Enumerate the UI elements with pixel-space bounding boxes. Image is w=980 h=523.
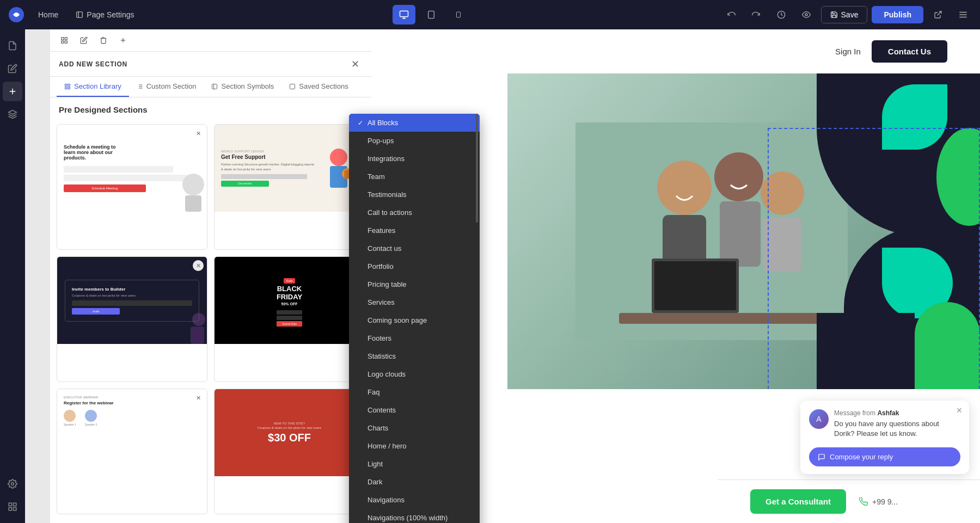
tablet-view-btn[interactable] [420, 5, 443, 24]
nav-page-settings[interactable]: Page Settings [68, 7, 142, 22]
dropdown-item-light[interactable]: ✓ Light [349, 455, 480, 473]
panel-tool-add[interactable] [115, 33, 131, 48]
left-sidebar [0, 29, 25, 523]
svg-rect-42 [68, 87, 70, 89]
geo-shapes [708, 73, 980, 389]
svg-rect-22 [14, 508, 16, 510]
thumbnail-thirty-off[interactable]: ✕ NEW TO THIS SITE? Coupons & deals on h… [214, 389, 365, 514]
svg-point-25 [657, 161, 712, 215]
thumb-close-1[interactable]: ✕ [193, 128, 204, 139]
sidebar-icon-blocks[interactable] [3, 497, 22, 516]
svg-rect-54 [185, 195, 201, 212]
cta-consultant-btn[interactable]: Get a Consultant [750, 489, 846, 514]
sidebar-icon-edit[interactable] [3, 59, 22, 78]
panel-toolbar [50, 29, 371, 52]
svg-point-19 [11, 483, 14, 485]
svg-rect-3 [400, 11, 408, 17]
thumb-close-3[interactable]: ✕ [193, 260, 204, 271]
dropdown-item-navigations-full[interactable]: ✓ Navigations (100% width) [349, 509, 480, 523]
svg-rect-37 [62, 41, 64, 43]
thumbnail-invite-members[interactable]: ✕ Invite members to Builder Coupons & de… [57, 256, 207, 382]
dropdown-item-home-hero[interactable]: ✓ Home / hero [349, 437, 480, 455]
site-header: Sign In Contact Us [371, 29, 980, 73]
dropdown-item-testimonials[interactable]: ✓ Testimonials [349, 186, 480, 204]
site-signin-link[interactable]: Sign In [835, 47, 861, 56]
thumbnail-schedule-meeting[interactable]: ✕ Schedule a meeting tolearn more about … [57, 124, 207, 250]
tab-section-symbols[interactable]: Section Symbols [204, 77, 281, 97]
device-switcher [142, 5, 721, 24]
dropdown-item-integrations[interactable]: ✓ Integrations [349, 150, 480, 168]
nav-home[interactable]: Home [30, 7, 66, 22]
sidebar-icon-settings[interactable] [3, 474, 22, 494]
thumbnail-black-friday[interactable]: ✕ Sale BLACKFRIDAY 50% OFF Submit Now [214, 256, 365, 382]
dropdown-item-pricing-table[interactable]: ✓ Pricing table [349, 275, 480, 293]
sidebar-icon-layers[interactable] [3, 104, 22, 124]
thumbnail-webinar[interactable]: ✕ EXECUTIVE WEBINAR Register for the web… [57, 389, 207, 514]
panel-tool-edit[interactable] [76, 33, 91, 48]
svg-rect-41 [68, 84, 70, 86]
dropdown-item-features[interactable]: ✓ Features [349, 221, 480, 239]
svg-point-11 [805, 14, 807, 16]
dropdown-item-portfolio[interactable]: ✓ Portfolio [349, 257, 480, 275]
section-heading: Pre Designed Sections [50, 97, 371, 120]
publish-button[interactable]: Publish [872, 6, 923, 23]
dropdown-item-contents[interactable]: ✓ Contents [349, 401, 480, 419]
add-section-panel: ADD NEW SECTION ✕ Section Library Custom… [50, 29, 371, 523]
dropdown-item-statistics[interactable]: ✓ Statistics [349, 347, 480, 365]
chat-message-header: Message from Ashfak [834, 409, 960, 417]
svg-rect-60 [191, 327, 204, 344]
sidebar-icon-pages[interactable] [3, 36, 22, 56]
cta-bar: Get a Consultant +99 9... [718, 479, 980, 523]
svg-marker-18 [9, 110, 17, 115]
site-contact-btn[interactable]: Contact Us [872, 40, 947, 63]
dropdown-item-coming-soon[interactable]: ✓ Coming soon page [349, 311, 480, 329]
dropdown-item-all-blocks[interactable]: ✓ All Blocks [349, 114, 480, 132]
panel-title: ADD NEW SECTION [59, 60, 127, 68]
panel-tool-delete[interactable] [96, 33, 111, 48]
mobile-view-btn[interactable] [447, 5, 470, 24]
history-btn[interactable] [771, 5, 792, 24]
dropdown-item-navigations[interactable]: ✓ Navigations [349, 491, 480, 509]
thumbnail-get-free-support[interactable]: ✕ WORLD SUPPORT CENTER Get Free Support … [214, 124, 365, 250]
dropdown-scrollbar[interactable] [476, 114, 478, 223]
chat-avatar: A [809, 409, 829, 429]
tab-custom-section[interactable]: Custom Section [129, 77, 204, 97]
svg-rect-35 [65, 38, 67, 40]
svg-line-12 [938, 11, 941, 15]
dropdown-item-team[interactable]: ✓ Team [349, 168, 480, 186]
dropdown-item-dark[interactable]: ✓ Dark [349, 473, 480, 491]
dropdown-item-faq[interactable]: ✓ Faq [349, 383, 480, 401]
more-options-btn[interactable] [953, 5, 973, 24]
topbar: Home Page Settings Save [0, 0, 980, 29]
sidebar-icon-add[interactable] [3, 82, 22, 101]
undo-btn[interactable] [721, 5, 742, 24]
svg-rect-50 [212, 84, 217, 89]
chat-close-btn[interactable]: ✕ [954, 405, 965, 416]
dropdown-item-footers[interactable]: ✓ Footers [349, 329, 480, 347]
tab-saved-sections[interactable]: Saved Sections [281, 77, 356, 97]
topbar-nav: Home Page Settings [30, 7, 142, 22]
svg-rect-40 [65, 84, 68, 86]
svg-rect-20 [9, 503, 11, 506]
svg-rect-21 [14, 503, 16, 506]
dropdown-item-services[interactable]: ✓ Services [349, 293, 480, 311]
dropdown-item-popups[interactable]: ✓ Pop-ups [349, 132, 480, 150]
dropdown-item-charts[interactable]: ✓ Charts [349, 419, 480, 437]
save-button[interactable]: Save [821, 6, 868, 23]
dropdown-item-logo-clouds[interactable]: ✓ Logo clouds [349, 365, 480, 383]
logo[interactable] [7, 5, 26, 24]
thumb-close-5[interactable]: ✕ [193, 392, 204, 403]
panel-tool-layers[interactable] [57, 33, 72, 48]
desktop-view-btn[interactable] [393, 5, 415, 24]
redo-btn[interactable] [746, 5, 767, 24]
cta-phone: +99 9... [859, 497, 898, 506]
preview-btn[interactable] [796, 5, 817, 24]
svg-rect-43 [65, 87, 68, 89]
chat-compose-btn[interactable]: Compose your reply [809, 447, 960, 466]
dropdown-item-call-to-actions[interactable]: ✓ Call to actions [349, 204, 480, 221]
tab-section-library[interactable]: Section Library [57, 77, 129, 97]
external-link-btn[interactable] [928, 5, 948, 24]
dropdown-item-contact-us[interactable]: ✓ Contact us [349, 239, 480, 257]
panel-close-btn[interactable]: ✕ [347, 57, 363, 72]
svg-rect-52 [290, 84, 295, 89]
